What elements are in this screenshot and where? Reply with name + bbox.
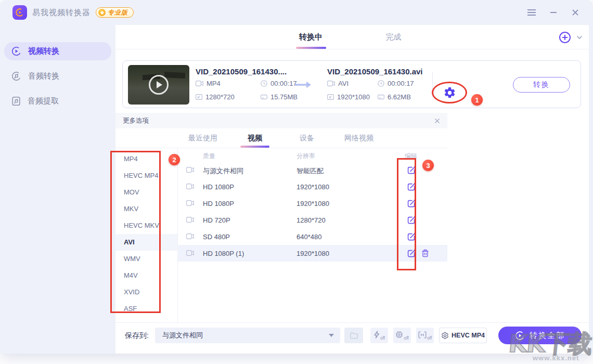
table-row[interactable]: HD 1080P1920*1080 [177,195,447,212]
toggle-state-label: off [380,336,385,341]
format-item-xvid[interactable]: XVID [115,284,177,301]
resolution-cell: 1920*1080 [296,200,329,207]
save-path-select[interactable]: 与源文件相同 [155,328,340,343]
watermark-site: www.kkx.net [533,354,579,362]
table-row[interactable]: HD 1080P1920*1080 [177,178,447,195]
video-format-icon [196,81,203,86]
edit-icon[interactable] [407,249,416,257]
tab-recent[interactable]: 最近使用 [177,128,229,148]
sidebar-item-label: 音频转换 [28,71,59,81]
divider [115,148,447,148]
annotation-step-1: 1 [471,94,483,106]
target-resolution: 1920*1080 [337,93,370,101]
tab-device[interactable]: 设备 [281,128,333,148]
output-format-label: HEVC MP4 [452,332,485,339]
app-title: 易我视频转换器 [32,8,91,18]
audio-convert-icon [11,71,21,81]
format-item-mov[interactable]: MOV [115,184,177,201]
table-row[interactable]: HD 720P1280*720 [177,212,447,228]
gpu-acceleration-toggle[interactable]: off [393,328,411,343]
output-format-button[interactable]: HEVC MP4 [439,328,487,343]
table-row[interactable]: 与源文件相同智能匹配 [177,162,447,178]
edit-icon[interactable] [407,232,416,241]
convert-arrow-icon [294,81,312,88]
video-format-icon [327,81,335,86]
conversion-task-card: VID_20210509_161430.... MP4 00:00:17 128… [122,60,581,108]
add-file-chevron-icon[interactable] [576,35,583,40]
tab-video[interactable]: 视频 [229,128,281,148]
quality-header: 质量 [203,152,215,161]
merge-files-toggle[interactable]: off [416,328,434,343]
thumbnail-detail [164,72,185,79]
app-window: 易我视频转换器 专业版 视频转换音频转换音频提取 转换中完成 V [0,0,593,354]
sidebar-item-audio-extract[interactable]: 音频提取 [4,92,111,110]
add-file-icon[interactable] [559,31,571,44]
tab-converting[interactable]: 转换中 [269,25,352,49]
video-thumbnail[interactable] [128,65,189,105]
audio-extract-icon [11,96,21,106]
camera-icon [186,233,194,239]
sidebar-item-label: 音频提取 [28,96,59,106]
camera-icon [186,250,194,256]
format-item-hevc-mkv[interactable]: HEVC MKV [115,217,177,234]
file-size-icon [261,94,267,100]
gear-icon [441,332,449,340]
quality-cell: SD 480P [203,233,230,241]
options-close-icon[interactable] [434,118,440,124]
camera-icon [186,200,194,206]
play-circle-icon [515,331,525,341]
format-list: MP4HEVC MP4MOVMKVHEVC MKVAVIWMVM4VXVIDAS… [115,151,177,312]
edit-icon[interactable] [407,166,416,174]
duration-icon [261,80,267,87]
edit-icon[interactable] [407,216,416,224]
quality-cell: HD 1080P (1) [203,250,244,257]
sidebar-item-video-convert[interactable]: 视频转换 [4,42,111,60]
merge-icon [418,331,427,341]
high-speed-toggle[interactable]: off [370,328,388,343]
source-size: 15.75MB [270,93,298,101]
play-overlay-icon[interactable] [149,75,169,95]
sidebar-item-audio-convert[interactable]: 音频转换 [4,67,111,85]
edit-header: 编辑 [405,152,417,161]
video-convert-icon [11,46,21,56]
source-format: MP4 [207,80,221,87]
window-controls [526,0,581,25]
tab-completed[interactable]: 完成 [352,25,435,49]
target-size: 6.62MB [388,93,411,101]
resolution-cell: 智能匹配 [296,166,324,176]
resolution-cell: 1280*720 [296,216,326,224]
table-row[interactable]: HD 1080P (1)1920*1080 [177,245,447,262]
convert-button[interactable]: 转换 [513,77,570,93]
trash-icon[interactable] [421,249,429,257]
format-item-m4v[interactable]: M4V [115,267,177,284]
pro-badge: 专业版 [96,7,134,18]
format-item-hevc-mp4[interactable]: HEVC MP4 [115,167,177,184]
folder-icon [350,332,358,339]
save-to-label: 保存到: [125,331,149,341]
close-icon[interactable] [570,7,581,18]
format-item-asf[interactable]: ASF [115,301,177,312]
tab-web-video[interactable]: 网络视频 [333,128,385,148]
source-file-name: VID_20210509_161430.... [196,67,287,76]
camera-icon [186,217,194,223]
divider [115,322,589,323]
resolution-cell: 640*480 [296,233,321,241]
quality-cell: HD 720P [203,216,230,224]
format-item-mkv[interactable]: MKV [115,201,177,217]
more-options-title: 更多选项 [123,116,149,125]
source-resolution: 1280*720 [205,93,235,101]
output-settings-gear-icon[interactable] [443,86,456,99]
menu-icon[interactable] [526,7,537,18]
format-item-wmv[interactable]: WMV [115,251,177,267]
format-item-avi[interactable]: AVI [115,234,177,251]
convert-all-button[interactable]: 转换全部 [498,327,582,344]
toggle-state-label: off [427,336,432,341]
main-panel: 转换中完成 VID_20210509_161430.... MP4 00:00:… [115,25,589,354]
minimize-icon[interactable] [548,7,559,18]
open-folder-button[interactable] [344,328,363,343]
table-row[interactable]: SD 480P640*480 [177,228,447,245]
pro-badge-label: 专业版 [108,8,128,17]
camera-icon [186,167,194,173]
edit-icon[interactable] [407,183,416,191]
edit-icon[interactable] [407,199,416,207]
